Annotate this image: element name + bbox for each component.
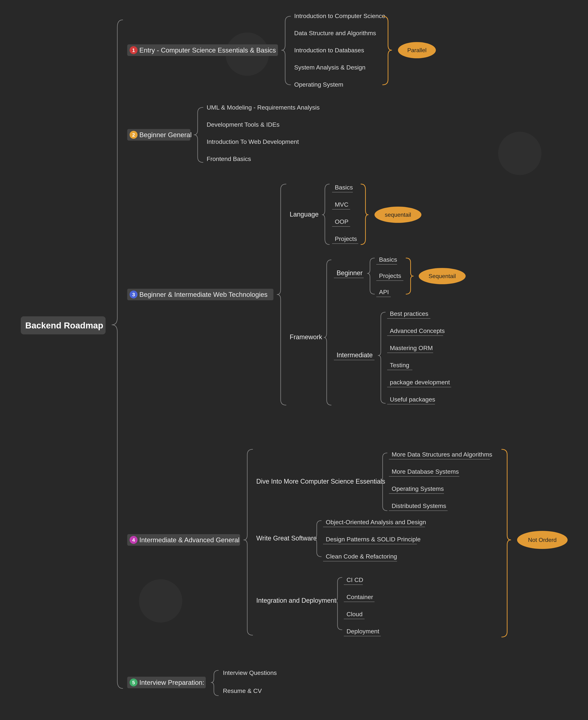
leaf: Introduction To Web Development	[207, 138, 299, 145]
svg-text:3: 3	[132, 292, 135, 297]
leaf: Container	[346, 593, 373, 600]
s4-b-label: Write Great Software	[256, 534, 317, 542]
leaf: Advanced Concepts	[390, 327, 445, 334]
leaf: Mastering ORM	[390, 344, 433, 351]
tag-sequential-1: sequentail	[375, 207, 421, 223]
brace-s4-right	[502, 449, 511, 637]
leaf: System Analysis & Design	[294, 64, 365, 71]
fw-beginner-label: Beginner	[337, 269, 362, 277]
brace-fw-int	[378, 312, 385, 403]
tag-parallel: Parallel	[398, 42, 436, 58]
leaf: Development Tools & IDEs	[207, 121, 279, 128]
leaf: UML & Modeling - Requirements Analysis	[207, 104, 320, 111]
leaf: Interview Questions	[223, 669, 277, 676]
brace-s4	[244, 449, 253, 635]
s3-language-label: Language	[290, 211, 318, 218]
decoration-circle	[139, 579, 182, 622]
leaf: Cloud	[346, 611, 362, 617]
brace-s1	[281, 16, 291, 85]
leaf: Design Patterns & SOLID Principle	[326, 536, 421, 543]
leaf: Introduction to Computer Science	[294, 13, 385, 19]
leaf: MVC	[335, 201, 349, 208]
leaf: Deployment	[346, 628, 379, 635]
leaf: Clean Code & Refactoring	[326, 553, 397, 560]
fw-intermediate-items: Best practices Advanced Concepts Masteri…	[387, 310, 451, 404]
s4-c-label: Integration and Deployment:	[256, 597, 338, 604]
leaf: Projects	[335, 235, 357, 242]
tag-notordered: Not Orderd	[517, 531, 568, 549]
brace-s5	[211, 670, 218, 696]
brace-fw	[324, 260, 331, 405]
fw-beginner-items: Basics Projects API	[376, 256, 403, 297]
svg-text:4: 4	[132, 537, 135, 543]
leaf: Resume & CV	[223, 687, 262, 694]
leaf: package development	[390, 379, 450, 386]
svg-text:sequentail: sequentail	[385, 211, 411, 218]
brace-fw-beg-right	[406, 258, 413, 294]
brace-s1-right	[383, 16, 392, 85]
stage-1-items: Introduction to Computer Science Data St…	[294, 13, 385, 88]
decoration-circle	[498, 132, 542, 175]
stage-3-node: 3 Beginner & Intermediate Web Technologi…	[127, 289, 273, 300]
s4-a-label: Dive Into More Computer Science Essentia…	[256, 478, 385, 485]
root-node: Backend Roadmap	[21, 316, 106, 334]
leaf: Basics	[335, 184, 353, 191]
leaf: Basics	[379, 256, 397, 263]
language-items: Basics MVC OOP Projects	[332, 184, 358, 243]
leaf: Best practices	[390, 310, 428, 317]
brace-s2	[194, 107, 203, 163]
leaf: Object-Oriented Analysis and Design	[326, 518, 426, 526]
leaf: More Data Structures and Algorithms	[392, 451, 492, 458]
leaf: More Database Systems	[392, 468, 459, 475]
svg-text:Parallel: Parallel	[407, 47, 427, 54]
leaf: Projects	[379, 272, 401, 279]
leaf: CI CD	[346, 576, 363, 583]
leaf: Frontend Basics	[207, 155, 251, 162]
svg-text:Not Orderd: Not Orderd	[528, 537, 556, 543]
brace-s3	[277, 184, 286, 405]
brace-s4b	[314, 521, 321, 557]
leaf: Distributed Systems	[392, 502, 446, 509]
tag-sequential-2: Sequentail	[419, 268, 466, 284]
s4-a-items: More Data Structures and Algorithms More…	[389, 451, 492, 511]
stage-2-node: 2 Beginner General	[127, 129, 192, 141]
root-label: Backend Roadmap	[25, 321, 103, 330]
s4-b-items: Object-Oriented Analysis and Design Desi…	[323, 518, 426, 561]
stage-5-node: 5 Interview Preparation:	[127, 677, 206, 688]
stage-2-label: Beginner General	[139, 131, 192, 139]
stage-2-items: UML & Modeling - Requirements Analysis D…	[207, 104, 320, 162]
roadmap-diagram: Backend Roadmap 1 Entry - Computer Scien…	[0, 0, 588, 720]
leaf: Data Structure and Algorithms	[294, 29, 376, 37]
svg-text:2: 2	[132, 132, 135, 138]
leaf: Useful packages	[390, 396, 435, 403]
leaf: OOP	[335, 218, 349, 225]
stage-4-label: Intermediate & Advanced General	[139, 536, 239, 544]
s3-framework-label: Framework	[290, 333, 322, 341]
brace-fw-beg	[367, 258, 375, 294]
s4-c-items: CI CD Container Cloud Deployment	[344, 576, 381, 636]
stage-5-items: Interview Questions Resume & CV	[223, 669, 277, 694]
brace-root	[112, 20, 123, 689]
fw-intermediate-label: Intermediate	[337, 351, 373, 359]
stage-4-node: 4 Intermediate & Advanced General	[127, 534, 240, 546]
svg-text:5: 5	[132, 680, 135, 685]
stage-3-label: Beginner & Intermediate Web Technologies	[139, 291, 268, 298]
svg-text:1: 1	[132, 47, 135, 53]
brace-lang	[322, 184, 329, 245]
leaf: API	[379, 289, 389, 295]
leaf: Testing	[390, 362, 409, 368]
leaf: Operating Systems	[392, 485, 444, 492]
brace-lang-right	[361, 184, 368, 245]
leaf: Introduction to Databases	[294, 47, 364, 54]
leaf: Operating System	[294, 81, 343, 88]
stage-1-label: Entry - Computer Science Essentials & Ba…	[139, 46, 276, 54]
stage-5-label: Interview Preparation:	[139, 679, 204, 686]
stage-1-node: 1 Entry - Computer Science Essentials & …	[127, 44, 278, 56]
svg-text:Sequentail: Sequentail	[428, 273, 456, 279]
